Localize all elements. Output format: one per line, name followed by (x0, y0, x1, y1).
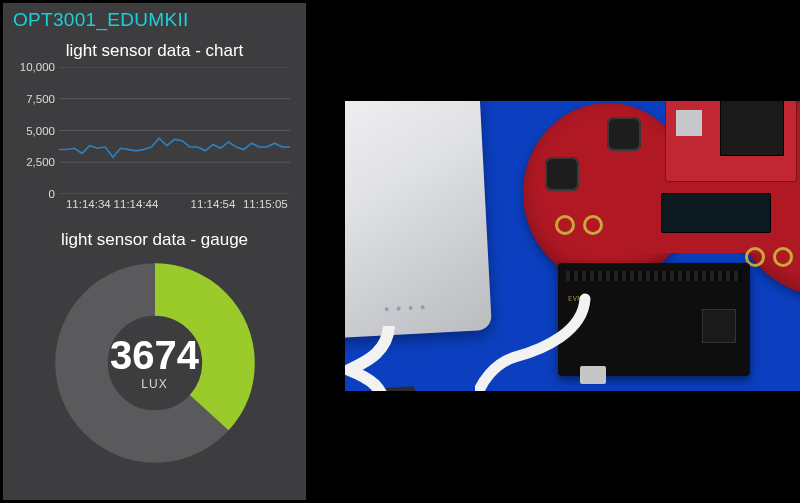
usb-cable-icon (345, 326, 459, 391)
gauge-title: light sensor data - gauge (13, 230, 296, 250)
chart-y-tick: 7,500 (26, 93, 55, 105)
chart-y-tick: 2,500 (26, 156, 55, 168)
chart-y-tick: 10,000 (20, 61, 55, 73)
chart-x-tick: 11:14:34 (66, 198, 111, 210)
app-root: OPT3001_EDUMKII light sensor data - char… (0, 0, 800, 503)
hardware-photo: EVM (345, 101, 800, 391)
chart-x-axis: 11:14:3411:14:4411:14:5411:15:05 (59, 196, 290, 218)
photo-area: EVM (306, 0, 800, 503)
chart-plot-area (59, 67, 290, 194)
push-button-icon (545, 157, 579, 191)
chart-y-axis: 10,0007,5005,0002,5000 (13, 63, 57, 194)
panel-title: OPT3001_EDUMKII (13, 9, 296, 31)
chart-x-tick: 11:14:44 (114, 198, 159, 210)
gauge-unit: LUX (141, 377, 167, 391)
lcd-display (661, 193, 771, 233)
charge-leds-icon (385, 305, 425, 311)
push-button-icon (607, 117, 641, 151)
chart-title: light sensor data - chart (13, 41, 296, 61)
gauge: 3674 LUX (50, 258, 260, 468)
chart-x-tick: 11:15:05 (243, 198, 288, 210)
sensor-panel: OPT3001_EDUMKII light sensor data - char… (3, 3, 306, 500)
chart-y-tick: 0 (49, 188, 55, 200)
boosterpack-board (665, 101, 797, 182)
gauge-center: 3674 LUX (50, 258, 260, 468)
gauge-value: 3674 (110, 335, 199, 375)
chart-x-tick: 11:14:54 (191, 198, 236, 210)
usb-cable-icon (475, 291, 685, 391)
power-bank (345, 101, 492, 340)
chart-y-tick: 5,000 (26, 125, 55, 137)
line-chart: 10,0007,5005,0002,5000 11:14:3411:14:441… (13, 63, 296, 218)
chart-svg (59, 67, 290, 194)
